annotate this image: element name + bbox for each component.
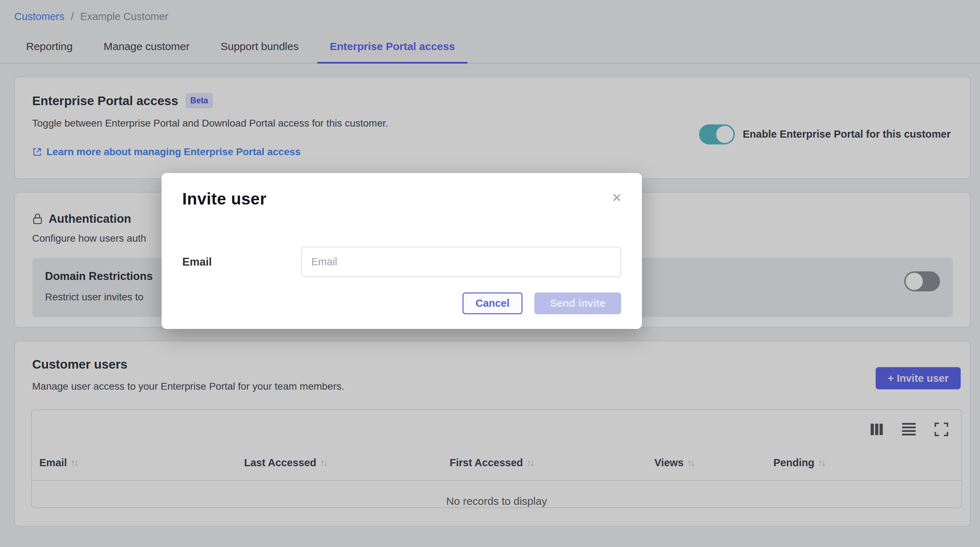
modal-actions: Cancel Send invite <box>182 292 621 314</box>
invite-user-modal: Invite user ✕ Email Cancel Send invite <box>162 173 642 329</box>
modal-title: Invite user <box>182 189 621 209</box>
page: Customers / Example Customer Reporting M… <box>0 0 980 547</box>
cancel-button[interactable]: Cancel <box>463 292 522 314</box>
email-label: Email <box>182 256 301 268</box>
close-icon[interactable]: ✕ <box>612 191 622 204</box>
email-form-row: Email <box>182 247 621 277</box>
email-field[interactable] <box>301 247 621 277</box>
send-invite-button[interactable]: Send invite <box>534 292 621 314</box>
